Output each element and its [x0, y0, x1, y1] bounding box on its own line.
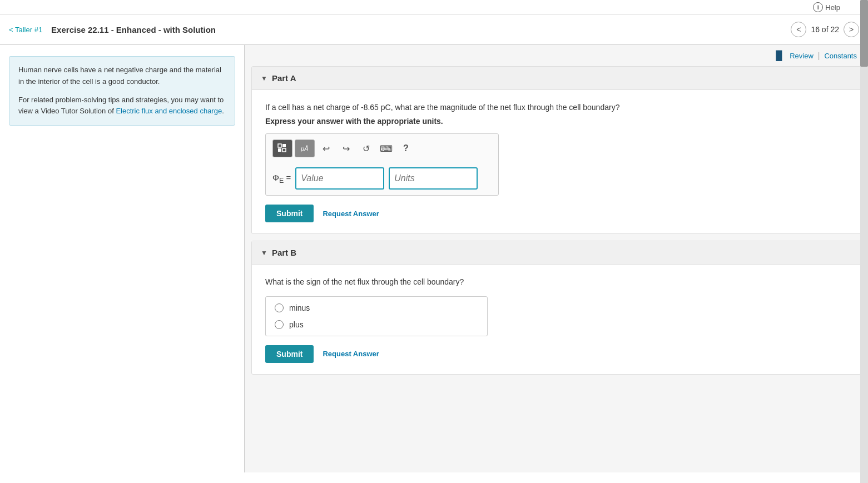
navigation-controls: < 16 of 22 >: [791, 22, 859, 37]
part-a-question: If a cell has a net charge of -8.65 pC, …: [265, 101, 847, 113]
info-text-1: Human nerve cells have a net negative ch…: [18, 64, 226, 88]
part-a-request-link[interactable]: Request Answer: [323, 210, 379, 218]
pipe-separator: |: [818, 51, 820, 60]
part-a-submit-button[interactable]: Submit: [265, 205, 314, 222]
svg-rect-0: [278, 144, 281, 147]
info-box: Human nerve cells have a net negative ch…: [9, 56, 235, 126]
prev-button[interactable]: <: [791, 22, 806, 37]
input-row: ΦE =: [272, 167, 492, 190]
page-count: 16 of 22: [811, 25, 839, 34]
phi-label: ΦE =: [272, 173, 291, 185]
radio-minus[interactable]: [275, 303, 284, 312]
info-period: .: [222, 107, 224, 115]
radio-plus[interactable]: [275, 320, 284, 329]
content-area: ▐▌ Review | Constants ▼ Part A If a cell…: [245, 45, 868, 472]
review-link[interactable]: Review: [790, 52, 814, 60]
part-a-header[interactable]: ▼ Part A: [252, 67, 861, 90]
grid-button[interactable]: [272, 140, 292, 157]
units-button[interactable]: μÅ: [295, 140, 315, 157]
scrollbar[interactable]: [860, 0, 868, 472]
option-plus-label: plus: [289, 320, 304, 329]
constants-link[interactable]: Constants: [824, 52, 857, 60]
sidebar: Human nerve cells have a net negative ch…: [0, 45, 245, 472]
help-button[interactable]: i Help: [813, 2, 840, 12]
option-minus[interactable]: minus: [275, 303, 478, 312]
part-b-submit-button[interactable]: Submit: [265, 345, 314, 363]
svg-rect-1: [282, 144, 286, 147]
part-a-section: ▼ Part A If a cell has a net charge of -…: [251, 66, 861, 234]
svg-rect-3: [282, 148, 286, 152]
part-b-header[interactable]: ▼ Part B: [252, 241, 861, 265]
option-plus[interactable]: plus: [275, 320, 478, 329]
undo-button[interactable]: ↩: [317, 140, 335, 157]
part-b-action-row: Submit Request Answer: [265, 345, 847, 363]
next-button[interactable]: >: [844, 22, 859, 37]
svg-rect-2: [278, 148, 281, 152]
electric-flux-link[interactable]: Electric flux and enclosed charge: [116, 107, 222, 115]
back-link[interactable]: < Taller #1: [9, 26, 42, 34]
units-input[interactable]: [389, 167, 478, 190]
part-b-question: What is the sign of the net flux through…: [265, 276, 847, 288]
title-bar: < Taller #1 Exercise 22.11 - Enhanced - …: [0, 15, 868, 45]
reset-button[interactable]: ↺: [357, 140, 375, 157]
part-a-body: If a cell has a net charge of -8.65 pC, …: [252, 90, 861, 233]
value-input[interactable]: [295, 167, 384, 190]
info-text-2: For related problem-solving tips and str…: [18, 94, 226, 118]
part-a-answer-container: μÅ ↩ ↪ ↺ ⌨ ? ΦE =: [265, 133, 499, 196]
review-bar: ▐▌ Review | Constants: [245, 45, 868, 66]
part-b-collapse-arrow: ▼: [261, 249, 267, 257]
redo-button[interactable]: ↪: [337, 140, 355, 157]
part-a-express: Express your answer with the appropriate…: [265, 117, 847, 126]
part-b-request-link[interactable]: Request Answer: [323, 350, 379, 358]
part-b-body: What is the sign of the net flux through…: [252, 265, 861, 374]
main-layout: Human nerve cells have a net negative ch…: [0, 45, 868, 472]
help-circle-icon: i: [813, 2, 823, 12]
help-toolbar-button[interactable]: ?: [397, 140, 415, 157]
part-a-collapse-arrow: ▼: [261, 74, 267, 82]
radio-group: minus plus: [265, 296, 488, 336]
option-minus-label: minus: [289, 303, 310, 312]
review-icon: ▐▌: [773, 51, 786, 61]
keyboard-button[interactable]: ⌨: [377, 140, 395, 157]
exercise-title: Exercise 22.11 - Enhanced - with Solutio…: [51, 25, 216, 34]
toolbar-row: μÅ ↩ ↪ ↺ ⌨ ?: [272, 140, 492, 162]
help-label: Help: [825, 3, 840, 12]
part-b-section: ▼ Part B What is the sign of the net flu…: [251, 241, 861, 374]
part-b-title: Part B: [272, 248, 296, 257]
part-a-action-row: Submit Request Answer: [265, 205, 847, 222]
scrollbar-thumb[interactable]: [860, 0, 868, 67]
part-a-title: Part A: [272, 73, 296, 83]
